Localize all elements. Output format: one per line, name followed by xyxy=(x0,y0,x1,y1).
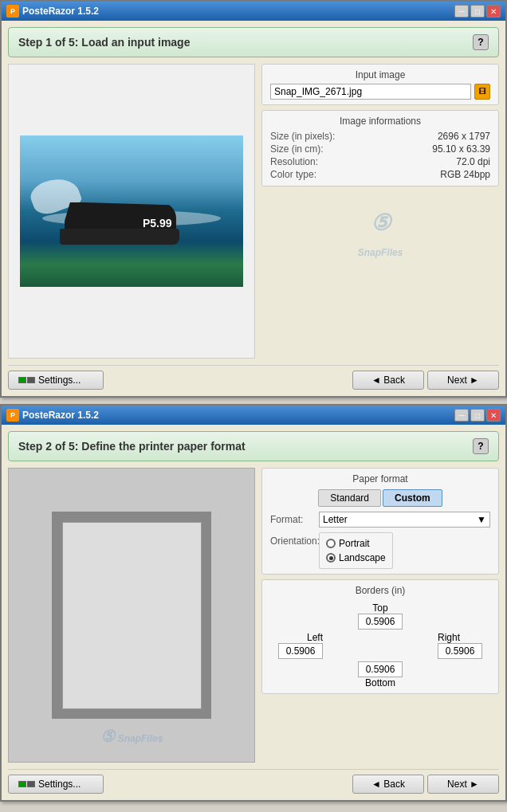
preview-panel-2: ⑤ SnapFiles xyxy=(8,468,255,763)
bottom-bar-1: Settings... ◄ Back Next ► xyxy=(8,365,499,390)
resolution-value: 72.0 dpi xyxy=(456,156,490,167)
tab-custom[interactable]: Custom xyxy=(383,489,442,507)
size-cm-label: Size (in cm): xyxy=(270,143,324,155)
left-cell: Left xyxy=(270,632,326,659)
image-info-box: Image informations Size (in pixels): 269… xyxy=(261,110,499,186)
landscape-label: Landscape xyxy=(339,552,386,563)
nav-buttons-2: ◄ Back Next ► xyxy=(352,775,499,794)
next-button-1[interactable]: Next ► xyxy=(427,371,499,390)
landscape-option[interactable]: Landscape xyxy=(326,551,386,565)
titlebar-left-1: P PosteRazor 1.5.2 xyxy=(6,5,99,18)
paper-preview xyxy=(52,512,211,719)
nav-buttons-1: ◄ Back Next ► xyxy=(352,371,499,390)
borders-section: Borders (in) Top Left xyxy=(261,579,499,694)
flag-icon-1 xyxy=(18,377,35,383)
image-info-title: Image informations xyxy=(270,116,490,127)
paper-panel: Paper format Standard Custom Format: Let… xyxy=(261,468,499,763)
file-icon: 🎞 xyxy=(474,84,490,100)
filename-label: Snap_IMG_2671.jpg xyxy=(270,84,471,100)
settings-label-1: Settings... xyxy=(38,375,81,386)
help-btn-1[interactable]: ? xyxy=(473,34,489,50)
help-btn-2[interactable]: ? xyxy=(473,438,489,454)
titlebar-controls-1: ─ □ ✕ xyxy=(454,5,501,18)
size-cm-row: Size (in cm): 95.10 x 63.39 xyxy=(270,143,490,155)
landscape-radio[interactable] xyxy=(326,553,336,563)
maximize-btn-1[interactable]: □ xyxy=(470,5,485,18)
close-btn-2[interactable]: ✕ xyxy=(486,409,501,422)
bottom-input[interactable] xyxy=(358,661,403,677)
format-row: Format: Letter ▼ xyxy=(270,512,490,528)
window-content-2: Step 2 of 5: Define the printer paper fo… xyxy=(2,425,505,800)
size-pixels-label: Size (in pixels): xyxy=(270,131,335,142)
portrait-option[interactable]: Portrait xyxy=(326,536,386,551)
paper-format-title: Paper format xyxy=(270,473,490,484)
titlebar-controls-2: ─ □ ✕ xyxy=(454,409,501,422)
input-image-title: Input image xyxy=(270,69,490,80)
size-pixels-value: 2696 x 1797 xyxy=(438,131,490,142)
portrait-radio[interactable] xyxy=(326,539,336,548)
titlebar-1: P PosteRazor 1.5.2 ─ □ ✕ xyxy=(2,2,505,21)
orientation-label: Orientation: xyxy=(270,532,314,547)
step-title-1: Step 1 of 5: Load an input image xyxy=(18,36,190,49)
window-2: P PosteRazor 1.5.2 ─ □ ✕ Step 2 of 5: De… xyxy=(0,404,507,802)
back-button-1[interactable]: ◄ Back xyxy=(352,371,424,390)
minimize-btn-2[interactable]: ─ xyxy=(454,409,469,422)
info-panel-1: Input image Snap_IMG_2671.jpg 🎞 Image in… xyxy=(261,64,499,359)
paper-white xyxy=(62,522,202,709)
paper-format-section: Paper format Standard Custom Format: Let… xyxy=(261,468,499,575)
minimize-btn-1[interactable]: ─ xyxy=(454,5,469,18)
window-content-1: Step 1 of 5: Load an input image ? P5.99 xyxy=(2,21,505,396)
boat-image-inner: P5.99 xyxy=(20,135,243,287)
settings-label-2: Settings... xyxy=(38,779,81,790)
portrait-label: Portrait xyxy=(339,538,370,549)
boat-image: P5.99 xyxy=(20,135,243,287)
resolution-row: Resolution: 72.0 dpi xyxy=(270,155,490,168)
bottom-label: Bottom xyxy=(328,677,432,688)
color-value: RGB 24bpp xyxy=(440,169,490,180)
top-label-cell: Top xyxy=(328,602,432,630)
step-header-2: Step 2 of 5: Define the printer paper fo… xyxy=(8,431,499,461)
snapfiles-watermark-2: ⑤ SnapFiles xyxy=(9,727,254,746)
snapfiles-watermark-1: ⑤ SnapFiles xyxy=(261,191,499,279)
left-label: Left xyxy=(270,632,323,643)
titlebar-2: P PosteRazor 1.5.2 ─ □ ✕ xyxy=(2,406,505,425)
tab-row: Standard Custom xyxy=(270,489,490,507)
left-input[interactable] xyxy=(278,643,323,659)
format-label: Format: xyxy=(270,514,314,525)
settings-button-1[interactable]: Settings... xyxy=(8,371,104,390)
top-label: Top xyxy=(328,602,432,614)
app-icon-2: P xyxy=(6,409,19,422)
format-select[interactable]: Letter ▼ xyxy=(319,512,490,528)
tab-standard[interactable]: Standard xyxy=(318,489,381,507)
resolution-label: Resolution: xyxy=(270,156,318,167)
settings-button-2[interactable]: Settings... xyxy=(8,775,104,794)
window-1: P PosteRazor 1.5.2 ─ □ ✕ Step 1 of 5: Lo… xyxy=(0,0,507,398)
right-label: Right xyxy=(438,632,490,643)
titlebar-title-2: PosteRazor 1.5.2 xyxy=(22,410,99,421)
flag-icon-2 xyxy=(18,781,35,787)
top-input[interactable] xyxy=(358,614,403,630)
main-area-1: P5.99 Input image Snap_IMG_2671.jpg 🎞 Im… xyxy=(8,64,499,359)
dropdown-arrow-icon: ▼ xyxy=(477,514,486,525)
right-input[interactable] xyxy=(438,643,482,659)
boat-number: P5.99 xyxy=(143,217,172,229)
boat-hull xyxy=(60,229,179,245)
preview-panel-1: P5.99 xyxy=(8,64,255,359)
step-title-2: Step 2 of 5: Define the printer paper fo… xyxy=(18,440,246,453)
next-button-2[interactable]: Next ► xyxy=(427,775,499,794)
size-cm-value: 95.10 x 63.39 xyxy=(432,143,490,155)
app-icon-1: P xyxy=(6,5,19,18)
bottom-bar-2: Settings... ◄ Back Next ► xyxy=(8,769,499,794)
bottom-cell: Bottom xyxy=(328,661,432,688)
step-header-1: Step 1 of 5: Load an input image ? xyxy=(8,27,499,57)
back-button-2[interactable]: ◄ Back xyxy=(352,775,424,794)
format-value: Letter xyxy=(323,514,348,525)
close-btn-1[interactable]: ✕ xyxy=(486,5,501,18)
right-cell: Right xyxy=(434,632,490,659)
borders-title: Borders (in) xyxy=(270,585,490,596)
maximize-btn-2[interactable]: □ xyxy=(470,409,485,422)
titlebar-title-1: PosteRazor 1.5.2 xyxy=(22,6,99,17)
borders-grid: Top Left Right xyxy=(270,602,490,688)
orientation-section: Portrait Landscape xyxy=(319,532,393,569)
color-row: Color type: RGB 24bpp xyxy=(270,168,490,181)
